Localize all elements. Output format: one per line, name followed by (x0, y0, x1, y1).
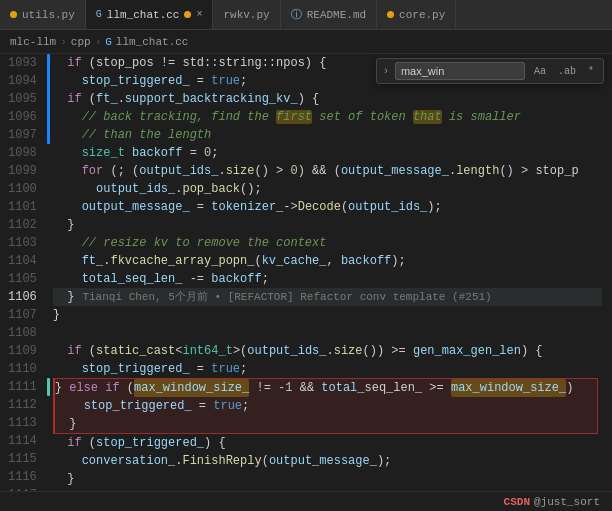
line-1107: } (53, 306, 602, 324)
line-1111: } else if (max_window_size_ != -1 && tot… (53, 378, 598, 397)
breadcrumb-part3: llm_chat.cc (116, 36, 189, 48)
code-lines: if (stop_pos != std::string::npos) { sto… (53, 54, 612, 511)
tab-readme[interactable]: ⓘ README.md (281, 0, 377, 29)
line-1110: stop_triggered_ = true; (53, 360, 602, 378)
breadcrumb-sep2: › (95, 36, 102, 48)
core-dot (387, 11, 394, 18)
find-chevron-icon[interactable]: › (383, 66, 389, 77)
line-1116: } (53, 470, 602, 488)
csdn-label: CSDN (504, 496, 530, 508)
rwkv-label: rwkv.py (223, 9, 269, 21)
breadcrumb-sep1: › (60, 36, 67, 48)
line-numbers: 1093 1094 1095 1096 1097 1098 1099 1100 … (0, 54, 45, 511)
line-1103: // resize kv to remove the context (53, 234, 602, 252)
line-1105: total_seq_len_ -= backoff; (53, 270, 602, 288)
line-1113: } (53, 415, 598, 434)
handle-label: @just_sort (534, 496, 600, 508)
line-1104: ft_.fkvcache_array_popn_(kv_cache_, back… (53, 252, 602, 270)
breadcrumb-part2: cpp (71, 36, 91, 48)
line-1102: } (53, 216, 602, 234)
line-1096: // back tracking, find the first set of … (53, 108, 602, 126)
readme-label: README.md (307, 9, 366, 21)
code-content: 1093 1094 1095 1096 1097 1098 1099 1100 … (0, 54, 612, 511)
utils-label: utils.py (22, 9, 75, 21)
line-1112: stop_triggered_ = true; (53, 397, 598, 415)
find-aa-btn[interactable]: Aa (531, 65, 549, 78)
tab-bar: utils.py G llm_chat.cc × rwkv.py ⓘ READM… (0, 0, 612, 30)
breadcrumb: mlc-llm › cpp › G llm_chat.cc (0, 30, 612, 54)
find-ab-btn[interactable]: .ab (555, 65, 579, 78)
line-1100: output_ids_.pop_back(); (53, 180, 602, 198)
line-1101: output_message_ = tokenizer_->Decode(out… (53, 198, 602, 216)
bottom-bar: CSDN @just_sort (0, 491, 612, 511)
blame-text-1106: Tianqi Chen, 5个月前 • [REFACTOR] Refactor … (82, 288, 491, 306)
tab-rwkv[interactable]: rwkv.py (213, 0, 280, 29)
breadcrumb-icon: G (105, 36, 112, 48)
line-1106: } Tianqi Chen, 5个月前 • [REFACTOR] Refacto… (53, 288, 602, 306)
line-1097: // than the length (53, 126, 602, 144)
line-1098: size_t backoff = 0; (53, 144, 602, 162)
line-1115: conversation_.FinishReply(output_message… (53, 452, 602, 470)
find-input[interactable] (395, 62, 525, 80)
tab-close-icon[interactable]: × (196, 9, 202, 20)
line-1099: for (; (output_ids_.size() > 0) && (outp… (53, 162, 602, 180)
readme-icon: ⓘ (291, 7, 302, 22)
git-gutter (45, 54, 53, 511)
line-1114: if (stop_triggered_) { (53, 434, 602, 452)
line-1095: if (ft_.support_backtracking_kv_) { (53, 90, 602, 108)
tab-utils[interactable]: utils.py (0, 0, 86, 29)
editor: › Aa .ab * 1093 1094 1095 1096 1097 1098… (0, 54, 612, 511)
llm-chat-label: llm_chat.cc (107, 9, 180, 21)
llm-chat-dot (184, 11, 191, 18)
breadcrumb-part1: mlc-llm (10, 36, 56, 48)
utils-dot (10, 11, 17, 18)
line-1108 (53, 324, 602, 342)
tab-core[interactable]: core.py (377, 0, 456, 29)
tab-llm-chat[interactable]: G llm_chat.cc × (86, 0, 214, 29)
core-label: core.py (399, 9, 445, 21)
find-star-btn[interactable]: * (585, 65, 597, 78)
line-1109: if (static_cast<int64_t>(output_ids_.siz… (53, 342, 602, 360)
find-widget[interactable]: › Aa .ab * (376, 58, 604, 84)
cpp-icon: G (96, 9, 102, 20)
